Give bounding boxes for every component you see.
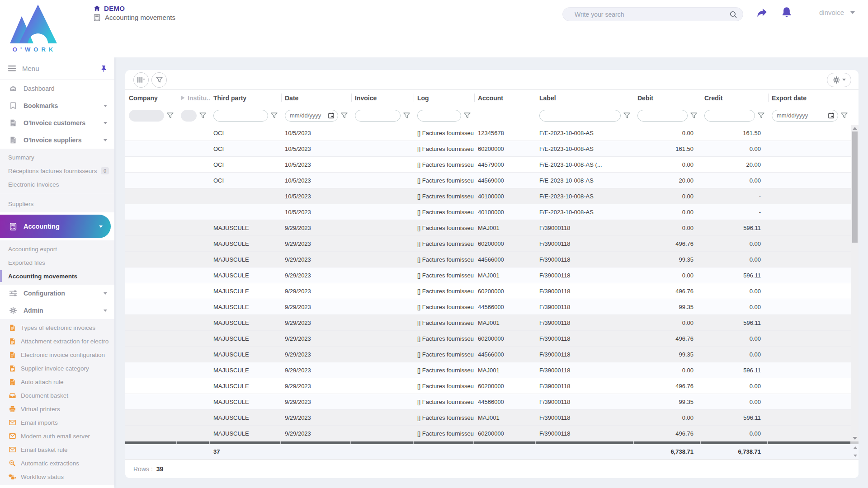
column-header-credit[interactable]: Credit bbox=[701, 90, 768, 106]
filter-button[interactable] bbox=[151, 72, 167, 88]
scroll-up-icon[interactable] bbox=[854, 446, 857, 449]
filter-funnel-icon[interactable] bbox=[167, 113, 174, 119]
sidebar-item-electronic-invoice-configuration[interactable]: Electronic invoice configuration bbox=[0, 348, 114, 361]
filter-funnel-icon[interactable] bbox=[341, 113, 348, 119]
column-header-label[interactable]: Label bbox=[536, 90, 634, 106]
table-row[interactable]: MAJUSCULE9/29/2023[] Factures fournisseu… bbox=[125, 347, 851, 362]
table-row[interactable]: MAJUSCULE9/29/2023[] Factures fournisseu… bbox=[125, 220, 851, 236]
table-row[interactable]: MAJUSCULE9/29/2023[] Factures fournisseu… bbox=[125, 331, 851, 347]
table-row[interactable]: MAJUSCULE9/29/2023[] Factures fournisseu… bbox=[125, 362, 851, 378]
cell-credit: 0.00 bbox=[701, 177, 768, 184]
cell-third-party: MAJUSCULE bbox=[210, 225, 281, 231]
sidebar-item-types-of-electronic-invoices[interactable]: Types of electronic invoices bbox=[0, 321, 114, 334]
column-header-date[interactable]: Date bbox=[281, 90, 351, 106]
breadcrumb[interactable]: DEMO bbox=[94, 5, 125, 12]
scroll-down-icon[interactable] bbox=[853, 437, 857, 440]
sidebar-item-accounting-export[interactable]: Accounting export bbox=[0, 242, 114, 256]
sidebar-item-automatic-extractions[interactable]: Automatic extractions bbox=[0, 456, 114, 470]
filter-date-export-date[interactable]: mm/dd/yyyy bbox=[772, 110, 838, 122]
sidebar-item-attachment-extraction-for-electroni[interactable]: Attachment extraction for electroni bbox=[0, 334, 114, 348]
user-menu[interactable]: dinvoice bbox=[819, 9, 855, 16]
sidebar-item-auto-attach-rule[interactable]: Auto attach rule bbox=[0, 375, 114, 389]
sidebar-item-workflow-status[interactable]: Workflow status bbox=[0, 470, 114, 483]
scrollbar-thumb[interactable] bbox=[852, 131, 858, 243]
table-row[interactable]: MAJUSCULE9/29/2023[] Factures fournisseu… bbox=[125, 267, 851, 283]
sidebar-item-document-basket[interactable]: Document basket bbox=[0, 389, 114, 402]
cell-credit: 0.00 bbox=[701, 304, 768, 310]
table-row[interactable]: MAJUSCULE9/29/2023[] Factures fournisseu… bbox=[125, 252, 851, 267]
table-settings-button[interactable] bbox=[827, 73, 851, 87]
gauge-icon bbox=[8, 85, 18, 92]
column-header-account[interactable]: Account bbox=[474, 90, 536, 106]
filter-funnel-icon[interactable] bbox=[758, 113, 764, 119]
sidebar-item-o-invoice-customers[interactable]: O'Invoice customers bbox=[0, 114, 114, 131]
filter-funnel-icon[interactable] bbox=[403, 113, 410, 119]
table-row[interactable]: MAJUSCULE9/29/2023[] Factures fournisseu… bbox=[125, 299, 851, 315]
sidebar-item-accounting[interactable]: Accounting bbox=[0, 215, 111, 238]
column-header-third-party[interactable]: Third party bbox=[210, 90, 281, 106]
table-row[interactable]: 10/5/2023[] Factures fournisseurs4010000… bbox=[125, 204, 851, 220]
table-row[interactable]: MAJUSCULE9/29/2023[] Factures fournisseu… bbox=[125, 394, 851, 410]
search-icon[interactable] bbox=[729, 10, 737, 19]
expand-column-icon[interactable] bbox=[181, 95, 185, 100]
sidebar-item-accounting-movements[interactable]: Accounting movements bbox=[0, 269, 114, 283]
table-row[interactable]: OCI10/5/2023[] Factures fournisseurs1234… bbox=[125, 125, 851, 141]
table-row[interactable]: OCI10/5/2023[] Factures fournisseurs4456… bbox=[125, 173, 851, 188]
column-header-institu[interactable]: Institu... bbox=[177, 90, 210, 106]
share-icon[interactable] bbox=[756, 7, 768, 21]
sidebar-item-electronic-invoices[interactable]: Electronic Invoices bbox=[0, 178, 114, 191]
cell-label: F/E-2023-10-008-AS bbox=[536, 193, 634, 200]
column-header-invoice[interactable]: Invoice bbox=[351, 90, 414, 106]
filter-funnel-icon[interactable] bbox=[690, 113, 697, 119]
filter-funnel-icon[interactable] bbox=[841, 113, 848, 119]
footer-scroll-arrows[interactable] bbox=[854, 444, 857, 459]
sidebar-item-suppliers[interactable]: Suppliers bbox=[0, 197, 114, 211]
column-header-log[interactable]: Log bbox=[414, 90, 474, 106]
table-row[interactable]: OCI10/5/2023[] Factures fournisseurs6020… bbox=[125, 141, 851, 157]
table-row[interactable]: MAJUSCULE9/29/2023[] Factures fournisseu… bbox=[125, 426, 851, 441]
sidebar-item-exported-files[interactable]: Exported files bbox=[0, 256, 114, 269]
sidebar-item-admin[interactable]: Admin bbox=[0, 302, 114, 319]
columns-button[interactable] bbox=[133, 72, 149, 88]
owork-logo: O'WORK bbox=[6, 3, 64, 54]
scroll-down-icon[interactable] bbox=[854, 455, 857, 457]
table-row[interactable]: 10/5/2023[] Factures fournisseurs4010000… bbox=[125, 188, 851, 204]
column-header-debit[interactable]: Debit bbox=[634, 90, 701, 106]
sidebar-item-configuration[interactable]: Configuration bbox=[0, 285, 114, 302]
filter-input-debit[interactable] bbox=[637, 110, 688, 122]
filter-funnel-icon[interactable] bbox=[464, 113, 471, 119]
bell-icon[interactable] bbox=[781, 6, 793, 21]
filter-input-log[interactable] bbox=[417, 110, 461, 122]
table-row[interactable]: MAJUSCULE9/29/2023[] Factures fournisseu… bbox=[125, 315, 851, 331]
vertical-scrollbar[interactable] bbox=[851, 125, 859, 441]
sidebar-item-summary[interactable]: Summary bbox=[0, 150, 114, 164]
sidebar-item-o-invoice-suppliers[interactable]: O'Invoice suppliers bbox=[0, 131, 114, 149]
sidebar-item-supplier-invoice-category[interactable]: Supplier invoice category bbox=[0, 361, 114, 375]
sidebar-item-virtual-printers[interactable]: Virtual printers bbox=[0, 402, 114, 416]
sidebar-item-modern-auth-email-server[interactable]: Modern auth email server bbox=[0, 429, 114, 443]
filter-funnel-icon[interactable] bbox=[199, 113, 206, 119]
sidebar-item-email-imports[interactable]: Email imports bbox=[0, 416, 114, 429]
filter-funnel-icon[interactable] bbox=[271, 113, 278, 119]
sidebar-item-email-basket-rule[interactable]: Email basket rule bbox=[0, 443, 114, 456]
sidebar-item-bookmarks[interactable]: Bookmarks bbox=[0, 97, 114, 114]
table-row[interactable]: OCI10/5/2023[] Factures fournisseurs4457… bbox=[125, 157, 851, 173]
filter-input-label[interactable] bbox=[539, 110, 621, 122]
pin-icon[interactable] bbox=[100, 65, 107, 72]
filter-funnel-icon[interactable] bbox=[623, 113, 630, 119]
sidebar-item-r-ceptions-factures-fournisseurs[interactable]: Réceptions factures fournisseurs0 bbox=[0, 164, 114, 178]
column-header-export-date[interactable]: Export date bbox=[768, 90, 851, 106]
filter-date-date[interactable]: mm/dd/yyyy bbox=[285, 110, 338, 122]
search-input[interactable] bbox=[575, 11, 729, 18]
filter-input-third-party[interactable] bbox=[213, 110, 268, 122]
filter-input-invoice[interactable] bbox=[355, 110, 401, 122]
scroll-up-icon[interactable] bbox=[853, 127, 857, 130]
table-row[interactable]: MAJUSCULE9/29/2023[] Factures fournisseu… bbox=[125, 283, 851, 299]
sidebar-item-dashboard[interactable]: Dashboard bbox=[0, 80, 114, 97]
column-header-company[interactable]: Company bbox=[125, 90, 177, 106]
table-row[interactable]: MAJUSCULE9/29/2023[] Factures fournisseu… bbox=[125, 410, 851, 426]
table-row[interactable]: MAJUSCULE9/29/2023[] Factures fournisseu… bbox=[125, 378, 851, 394]
table-row[interactable]: MAJUSCULE9/29/2023[] Factures fournisseu… bbox=[125, 236, 851, 252]
hamburger-icon[interactable] bbox=[8, 66, 16, 71]
filter-input-credit[interactable] bbox=[704, 110, 755, 122]
